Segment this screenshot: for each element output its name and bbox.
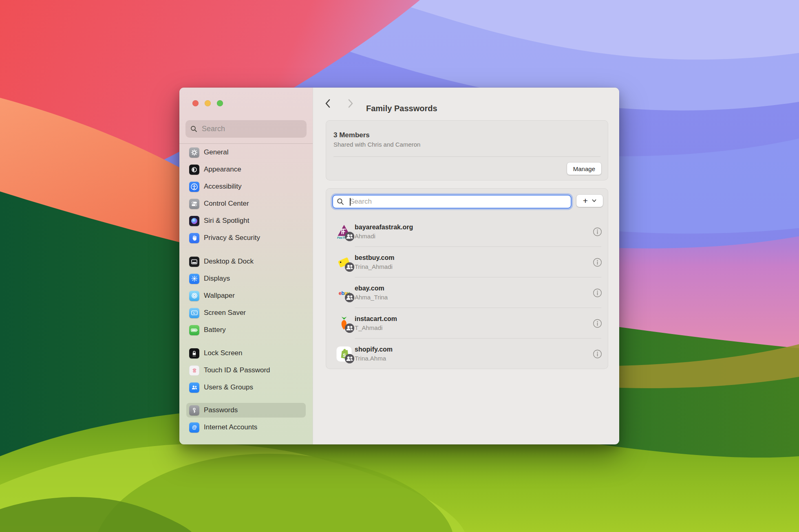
sidebar-item-desktop-dock[interactable]: Desktop & Dock [186, 254, 306, 269]
manage-button[interactable]: Manage [567, 163, 601, 175]
chevron-right-icon [347, 98, 355, 109]
sidebar-item-lock-screen[interactable]: Lock Screen [186, 346, 306, 361]
sidebar-item-label: Internet Accounts [204, 423, 257, 431]
info-button[interactable] [593, 257, 602, 267]
shared-badge-icon [344, 323, 355, 333]
passwords-search [332, 195, 572, 209]
password-list: FasTrakbayareafastrak.orgAhmadibestbuy.c… [326, 216, 608, 369]
site-name: ebay.com [355, 284, 388, 292]
desktop-dock-icon [189, 257, 199, 267]
site-name: bestbuy.com [355, 254, 395, 262]
forward-button[interactable] [345, 98, 356, 109]
shared-badge-icon [344, 354, 355, 364]
username: Ahma_Trina [355, 293, 388, 301]
bestbuy-logo [336, 254, 352, 270]
at-icon: @ [189, 422, 199, 433]
sidebar-search [185, 120, 307, 138]
sidebar-item-label: Battery [204, 326, 226, 334]
back-button[interactable] [322, 98, 333, 109]
minimize-button[interactable] [205, 100, 211, 106]
info-button[interactable] [593, 319, 602, 328]
info-button[interactable] [593, 227, 602, 236]
sidebar-item-label: Displays [204, 275, 230, 283]
username: Trina.Ahma [355, 354, 393, 362]
control-center-icon [189, 199, 199, 209]
sidebar-item-privacy-security[interactable]: Privacy & Security [186, 231, 306, 245]
password-row-ebay-com[interactable]: ebayebay.comAhma_Trina [326, 277, 608, 308]
lock-icon [189, 348, 199, 358]
info-button[interactable] [593, 349, 602, 358]
sidebar-item-label: Users & Groups [204, 383, 253, 391]
sidebar-item-users-groups[interactable]: Users & Groups [186, 380, 306, 395]
password-row-shopify-com[interactable]: Sshopify.comTrina.Ahma [326, 339, 608, 369]
sidebar-item-label: Wallpaper [204, 292, 235, 300]
search-icon [190, 125, 197, 132]
sidebar-item-internet-accounts[interactable]: @Internet Accounts [186, 420, 306, 435]
sidebar-item-label: Accessibility [204, 182, 242, 191]
content-panel: Family Passwords 3 Members Shared with C… [313, 88, 619, 444]
sidebar-search-input[interactable] [201, 124, 302, 134]
gear-icon [189, 147, 199, 158]
close-button[interactable] [192, 100, 199, 106]
shared-badge-icon [344, 231, 355, 242]
family-members-card: 3 Members Shared with Chris and Cameron … [326, 120, 608, 180]
search-icon [337, 198, 344, 205]
zoom-button[interactable] [217, 100, 223, 106]
chevron-down-icon [592, 199, 596, 202]
sidebar-item-screen-saver[interactable]: Screen Saver [186, 306, 306, 320]
site-name: instacart.com [355, 315, 397, 323]
sidebar-item-label: Privacy & Security [204, 234, 260, 242]
password-row-text: bayareafastrak.orgAhmadi [355, 223, 413, 240]
sidebar-item-label: General [204, 148, 228, 156]
sidebar: GeneralAppearanceAccessibilityControl Ce… [179, 88, 313, 444]
members-count: 3 Members [333, 131, 600, 139]
plus-icon: + [583, 196, 588, 205]
sidebar-item-touch-id-password[interactable]: Touch ID & Password [186, 363, 306, 378]
sidebar-item-displays[interactable]: Displays [186, 271, 306, 286]
users-groups-icon [189, 383, 199, 393]
sidebar-group: GeneralAppearanceAccessibilityControl Ce… [186, 145, 306, 245]
wallpaper-flower-icon [189, 291, 199, 301]
svg-text:@: @ [192, 424, 197, 430]
sidebar-item-general[interactable]: General [186, 145, 306, 160]
sidebar-group: Lock ScreenTouch ID & PasswordUsers & Gr… [186, 346, 306, 395]
chevron-left-icon [324, 98, 332, 109]
info-button[interactable] [593, 288, 602, 297]
shared-badge-icon [344, 262, 355, 272]
shared-badge-icon [344, 292, 355, 303]
privacy-hand-icon [189, 233, 199, 243]
username: T_Ahmadi [355, 324, 397, 332]
add-password-button[interactable]: + [576, 195, 603, 207]
screen-saver-icon [189, 308, 199, 318]
sidebar-item-siri-spotlight[interactable]: Siri & Spotlight [186, 213, 306, 228]
password-row-instacart-com[interactable]: instacart.comT_Ahmadi [326, 308, 608, 339]
password-row-text: ebay.comAhma_Trina [355, 284, 388, 301]
appearance-icon [189, 165, 199, 175]
sidebar-group: Passwords@Internet Accounts [186, 403, 306, 435]
sidebar-item-label: Desktop & Dock [204, 257, 254, 266]
sidebar-item-appearance[interactable]: Appearance [186, 162, 306, 177]
username: Ahmadi [355, 232, 413, 240]
passwords-search-input[interactable] [350, 198, 545, 206]
accessibility-icon [189, 182, 199, 192]
sidebar-item-battery[interactable]: Battery [186, 323, 306, 337]
card-divider [333, 156, 600, 157]
ebay-logo: ebay [336, 285, 352, 301]
sidebar-item-label: Passwords [204, 406, 238, 414]
sidebar-item-label: Screen Saver [204, 309, 246, 317]
password-row-bayareafastrak-org[interactable]: FasTrakbayareafastrak.orgAhmadi [326, 216, 608, 247]
sidebar-item-label: Control Center [204, 200, 249, 208]
sidebar-item-label: Appearance [204, 165, 241, 174]
sidebar-item-passwords[interactable]: Passwords [186, 403, 306, 418]
fastrak-logo: FasTrak [336, 224, 352, 240]
sidebar-item-wallpaper[interactable]: Wallpaper [186, 288, 306, 303]
text-caret [350, 198, 351, 206]
password-row-text: instacart.comT_Ahmadi [355, 315, 397, 332]
password-row-text: bestbuy.comTrina_Ahmadi [355, 254, 395, 270]
sidebar-item-accessibility[interactable]: Accessibility [186, 179, 306, 194]
password-row-bestbuy-com[interactable]: bestbuy.comTrina_Ahmadi [326, 247, 608, 277]
instacart-logo [336, 315, 352, 332]
displays-sun-icon [189, 274, 199, 284]
site-name: bayareafastrak.org [355, 223, 413, 231]
sidebar-item-control-center[interactable]: Control Center [186, 196, 306, 211]
